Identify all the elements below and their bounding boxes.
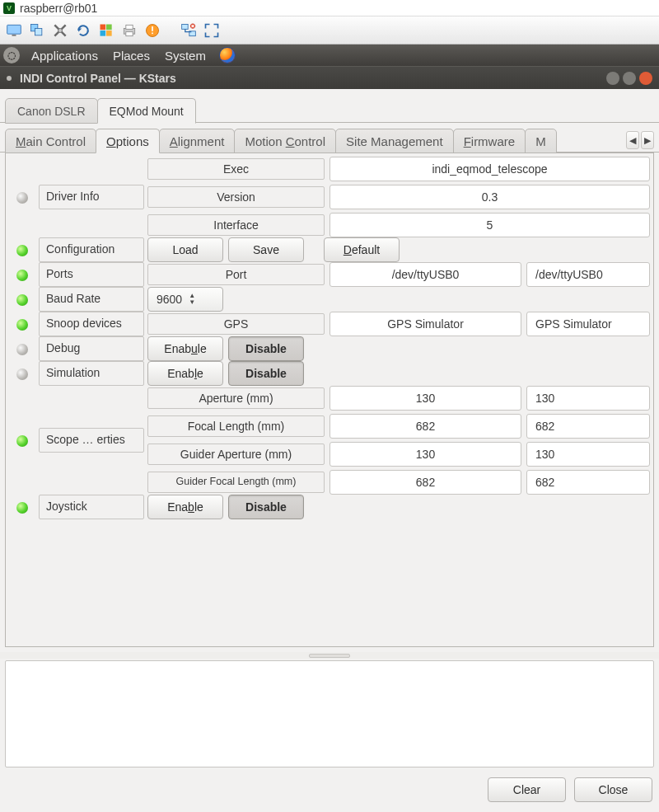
label-joystick: Joystick [39, 495, 144, 519]
val-aperture: 130 [330, 386, 521, 411]
input-guider-aperture[interactable]: 130 [526, 442, 650, 467]
printer-icon[interactable] [120, 21, 138, 40]
val-guider-aperture: 130 [330, 442, 521, 467]
val-exec: indi_eqmod_telescope [330, 157, 650, 181]
fullscreen-icon[interactable] [203, 21, 221, 40]
app-body: Canon DSLR EQMod Mount Main Control Opti… [0, 89, 659, 812]
val-focal: 682 [330, 414, 521, 439]
log-area[interactable] [5, 660, 654, 767]
val-gps: GPS Simulator [330, 312, 521, 336]
window-title: INDI Control Panel — KStars [20, 72, 176, 85]
hdr-guider-focal: Guider Focal Length (mm) [147, 472, 325, 493]
tab-alignment[interactable]: Alignment [159, 129, 236, 153]
led-joystick [16, 502, 28, 514]
network-icon[interactable] [180, 21, 198, 40]
hdr-focal: Focal Length (mm) [147, 415, 325, 437]
menu-applications[interactable]: Applications [25, 49, 105, 63]
svg-rect-8 [106, 31, 112, 36]
window-maximize[interactable] [623, 72, 636, 85]
led-snoop [16, 319, 28, 331]
settings-cross-icon[interactable] [51, 21, 69, 40]
tab-site-management[interactable]: Site Management [335, 129, 454, 153]
input-aperture[interactable]: 130 [526, 386, 650, 411]
led-scope [16, 435, 28, 447]
monitor-icon[interactable] [5, 21, 23, 40]
tab-firmware[interactable]: Firmware [453, 129, 526, 153]
svg-rect-11 [126, 31, 133, 35]
label-ports: Ports [39, 262, 144, 287]
window-titlebar: INDI Control Panel — KStars [0, 66, 659, 89]
section-tabs: Main Control Options Alignment Motion Co… [0, 123, 659, 153]
tab-eqmod-mount[interactable]: EQMod Mount [97, 98, 196, 124]
svg-rect-6 [106, 24, 112, 30]
spin-baud[interactable]: 9600 ▲▼ [147, 287, 223, 312]
val-interface: 5 [330, 213, 650, 237]
input-port[interactable]: /dev/ttyUSB0 [526, 262, 650, 287]
warning-icon[interactable] [143, 21, 161, 40]
svg-rect-14 [152, 32, 153, 34]
window-minimize[interactable] [606, 72, 619, 85]
tab-main-control[interactable]: Main Control [5, 129, 96, 153]
spin-baud-value: 9600 [157, 293, 182, 306]
firefox-icon[interactable] [219, 47, 236, 63]
led-simulation [16, 368, 28, 380]
btn-joystick-disable[interactable]: Disable [228, 495, 304, 519]
svg-rect-10 [126, 25, 133, 29]
led-ports [16, 270, 28, 281]
svg-rect-7 [100, 31, 106, 36]
refresh-icon[interactable] [74, 21, 92, 40]
btn-joystick-enable[interactable]: Enable [147, 495, 223, 519]
svg-rect-15 [182, 24, 189, 29]
val-guider-focal: 682 [330, 470, 521, 495]
btn-config-save[interactable]: Save [228, 237, 304, 262]
svg-rect-1 [12, 35, 16, 36]
led-debug [16, 344, 28, 355]
input-gps[interactable]: GPS Simulator [526, 312, 650, 336]
btn-debug-enable[interactable]: Enabule [147, 336, 223, 361]
svg-rect-0 [7, 25, 21, 34]
tab-options[interactable]: Options [96, 129, 160, 153]
hdr-version: Version [147, 186, 325, 208]
btn-sim-disable[interactable]: Disable [228, 361, 304, 386]
val-version: 0.3 [330, 185, 650, 209]
svg-rect-5 [100, 24, 106, 30]
tab-motion-control[interactable]: Motion Control [234, 129, 336, 153]
windows-stack-icon[interactable] [28, 21, 46, 40]
btn-sim-enable[interactable]: Enable [147, 361, 223, 386]
device-tabs: Canon DSLR EQMod Mount [0, 89, 659, 123]
remote-title: raspberr@rb01 [20, 2, 97, 15]
vnc-icon: V [3, 2, 15, 14]
spin-arrows-icon[interactable]: ▲▼ [189, 293, 195, 306]
hdr-aperture: Aperture (mm) [147, 387, 325, 409]
led-configuration [16, 245, 28, 256]
led-baud [16, 294, 28, 306]
tabs-scroll-right[interactable]: ▶ [641, 131, 654, 149]
tray-toolbar [0, 16, 659, 45]
window-app-icon [7, 76, 12, 81]
splitter-grip-icon [309, 654, 350, 658]
input-focal[interactable]: 682 [526, 414, 650, 439]
label-simulation: Simulation [39, 361, 144, 386]
window-close[interactable] [639, 72, 652, 85]
btn-close[interactable]: Close [574, 777, 652, 802]
btn-config-default[interactable]: Default [324, 237, 400, 262]
windows-flag-icon[interactable] [97, 21, 115, 40]
gnome-menubar: ◌ Applications Places System [0, 45, 659, 66]
btn-config-load[interactable]: Load [147, 237, 223, 262]
property-panel[interactable]: Driver Info Exec indi_eqmod_telescope Ve… [5, 153, 654, 647]
ubuntu-logo-icon[interactable]: ◌ [3, 47, 20, 63]
tabs-scroll-left[interactable]: ◀ [626, 131, 639, 149]
label-configuration: Configuration [39, 237, 144, 262]
menu-places[interactable]: Places [106, 49, 157, 63]
hdr-interface: Interface [147, 214, 325, 236]
label-baud: Baud Rate [39, 287, 144, 312]
svg-rect-13 [152, 26, 153, 31]
splitter[interactable] [0, 652, 659, 659]
tab-canon-dslr[interactable]: Canon DSLR [5, 98, 98, 124]
btn-debug-disable[interactable]: Disable [228, 336, 304, 361]
input-guider-focal[interactable]: 682 [526, 470, 650, 495]
tab-more[interactable]: M [525, 129, 557, 153]
menu-system[interactable]: System [158, 49, 213, 63]
hdr-exec: Exec [147, 158, 325, 180]
btn-clear[interactable]: Clear [488, 777, 566, 802]
